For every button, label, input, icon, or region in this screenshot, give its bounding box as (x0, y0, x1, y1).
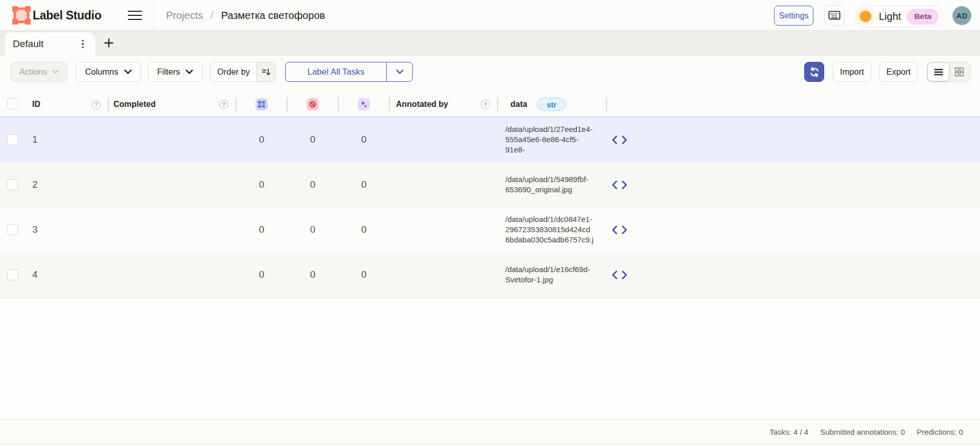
column-header-annotated-by[interactable]: Annotated by (396, 92, 448, 117)
import-button[interactable]: Import (833, 62, 871, 82)
row-checkbox[interactable] (7, 269, 18, 280)
cell-id: 3 (32, 207, 38, 252)
select-all-checkbox[interactable] (7, 98, 18, 109)
plus-icon (104, 38, 113, 48)
breadcrumb: Projects / Разметка светофоров (166, 0, 325, 31)
column-header-id[interactable]: ID (32, 92, 40, 117)
columns-button[interactable]: Columns (76, 62, 141, 82)
settings-button[interactable]: Settings (774, 6, 813, 26)
column-resize-handle[interactable] (338, 98, 339, 111)
table-bottom-border (0, 297, 980, 298)
breadcrumb-project-title: Разметка светофоров (221, 10, 325, 21)
cell-cancelled: 0 (310, 252, 316, 297)
top-header: Label Studio Projects / Разметка светофо… (0, 0, 980, 31)
table-header: ID ? Completed ? Annotated by ? data str (0, 92, 980, 117)
actions-button[interactable]: Actions (10, 62, 67, 82)
cell-cancelled: 0 (310, 207, 316, 252)
beta-badge: Beta (907, 9, 939, 25)
avatar[interactable]: AD (952, 6, 971, 25)
submitted-annotations-count: Submitted annotations: 0 (820, 428, 905, 436)
view-source-icon[interactable] (612, 117, 627, 162)
cell-predictions: 0 (361, 117, 367, 162)
cell-annotations: 0 (259, 207, 265, 252)
tab-strip: Default (0, 31, 980, 56)
list-view-button[interactable] (928, 63, 949, 81)
keyboard-shortcuts-button[interactable] (824, 5, 845, 26)
cell-cancelled: 0 (310, 117, 316, 162)
table-row[interactable]: 1 0 0 0 /data/upload/1/27eed1e4- 555a45e… (0, 117, 980, 162)
cell-data: /data/upload/1/e16cf69d- Svetofor-1.jpg (505, 252, 608, 297)
column-header-cancelled-icon[interactable] (307, 98, 319, 110)
tab-menu-kebab-icon[interactable] (78, 38, 87, 50)
column-header-completed[interactable]: Completed (113, 92, 156, 117)
refresh-button[interactable] (804, 62, 824, 82)
label-all-tasks-caret[interactable] (386, 62, 412, 81)
keyboard-icon (828, 9, 841, 22)
column-resize-handle[interactable] (287, 98, 288, 111)
column-resize-handle[interactable] (236, 98, 237, 111)
add-tab-button[interactable] (101, 35, 116, 51)
export-button[interactable]: Export (879, 62, 918, 82)
column-resize-handle[interactable] (497, 98, 498, 111)
row-checkbox[interactable] (7, 224, 18, 235)
cell-predictions: 0 (361, 252, 367, 297)
view-source-icon[interactable] (612, 207, 627, 252)
chevron-down-icon (396, 70, 404, 74)
order-by-button[interactable]: Order by (210, 62, 276, 82)
column-resize-handle[interactable] (606, 98, 607, 111)
cell-annotations: 0 (259, 117, 265, 162)
view-mode-toggle (927, 62, 971, 82)
column-header-annotations-icon[interactable] (255, 98, 268, 110)
refresh-icon (809, 66, 820, 78)
header-divider (153, 0, 154, 30)
grid-view-icon (954, 66, 965, 77)
row-checkbox[interactable] (7, 179, 18, 190)
cell-predictions: 0 (361, 162, 367, 207)
label-all-tasks-split-button: Label All Tasks (285, 62, 413, 82)
table-row[interactable]: 4 0 0 0 /data/upload/1/e16cf69d- Svetofo… (0, 252, 980, 297)
status-bar: Tasks: 4 / 4 Submitted annotations: 0 Pr… (0, 419, 980, 444)
help-icon[interactable]: ? (219, 100, 228, 109)
label-studio-logo-icon[interactable] (12, 6, 31, 25)
cell-cancelled: 0 (310, 162, 316, 207)
chevron-down-icon (185, 70, 193, 74)
view-source-icon[interactable] (612, 252, 627, 297)
theme-label: Light (879, 11, 901, 23)
sort-direction-icon[interactable] (256, 62, 275, 81)
data-type-badge: str (537, 98, 566, 111)
column-header-predictions-icon[interactable] (358, 98, 370, 110)
hamburger-menu-icon[interactable] (128, 11, 142, 20)
breadcrumb-projects[interactable]: Projects (166, 10, 203, 21)
cell-data: /data/upload/1/27eed1e4- 555a45e6-8e86-4… (505, 117, 608, 162)
list-view-icon (934, 69, 943, 76)
cell-predictions: 0 (361, 207, 367, 252)
filters-button[interactable]: Filters (148, 62, 202, 82)
cell-annotations: 0 (259, 162, 265, 207)
predictions-count: Predictions: 0 (917, 428, 963, 436)
breadcrumb-separator: / (211, 10, 214, 21)
tasks-count: Tasks: 4 / 4 (769, 428, 808, 436)
row-checkbox[interactable] (7, 134, 18, 145)
column-resize-handle[interactable] (108, 98, 109, 111)
table-row[interactable]: 3 0 0 0 /data/upload/1/dc0847e1- 2967235… (0, 207, 980, 252)
cell-annotations: 0 (259, 252, 265, 297)
column-header-data[interactable]: data (510, 92, 527, 117)
grid-view-button[interactable] (949, 63, 970, 81)
help-icon[interactable]: ? (481, 100, 490, 109)
cell-id: 2 (32, 162, 38, 207)
theme-toggle[interactable]: Light Beta (855, 6, 943, 27)
cell-data: /data/upload/1/54989fbf- 653690_original… (505, 162, 608, 207)
column-resize-handle[interactable] (389, 98, 390, 111)
cell-id: 4 (32, 252, 38, 297)
help-icon[interactable]: ? (91, 100, 101, 109)
tab-default[interactable]: Default (4, 32, 96, 56)
label-all-tasks-button[interactable]: Label All Tasks (286, 62, 386, 81)
view-source-icon[interactable] (612, 162, 627, 207)
chevron-down-icon (53, 70, 58, 74)
table-row[interactable]: 2 0 0 0 /data/upload/1/54989fbf- 653690_… (0, 162, 980, 207)
logo-text: Label Studio (33, 0, 101, 31)
tab-label: Default (13, 38, 43, 50)
light-theme-sun-icon (860, 11, 871, 22)
chevron-down-icon (124, 70, 132, 74)
cell-id: 1 (32, 117, 38, 162)
